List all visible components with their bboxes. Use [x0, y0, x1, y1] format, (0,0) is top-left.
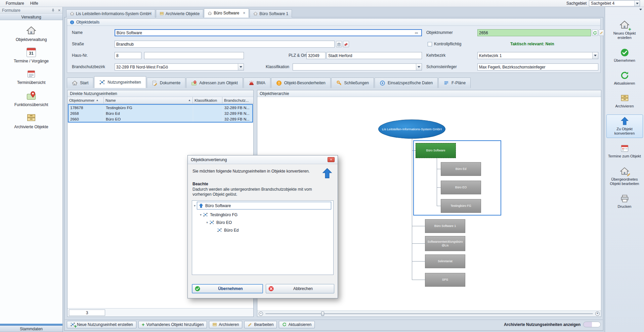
menu-formulare[interactable]: Formulare [3, 0, 27, 6]
hausnr-input[interactable] [115, 52, 141, 59]
sidebar-item-objektverwaltung[interactable]: Objektverwaltung [3, 26, 60, 42]
hierarchy-node[interactable]: SPS [425, 273, 465, 287]
neues-objekt-button[interactable]: + Neues Objekt erstellen [606, 18, 643, 42]
subtab-label: Adressen zum Objekt [199, 81, 238, 85]
hierarchy-node[interactable]: Büro Ed [441, 162, 481, 176]
name-input[interactable] [115, 29, 422, 36]
uebernehmen-button[interactable]: Übernehmen [606, 46, 643, 65]
objektnummer-edit-icon[interactable] [599, 30, 604, 36]
building-lookup-icon[interactable] [336, 41, 342, 47]
column-header-klassifikation[interactable]: Klassifikation [193, 97, 222, 103]
column-header-objektnummer[interactable]: Objektnummer ▲ [68, 97, 104, 103]
sidebar-section-verwaltung[interactable]: Verwaltung [0, 14, 62, 20]
zu-objekt-konvertieren-button[interactable]: Zu Objekt konvertieren [606, 114, 643, 138]
strasse-input[interactable] [115, 41, 335, 48]
infinity-icon[interactable]: ∞ [415, 30, 418, 35]
sidebar-section-stammdaten[interactable]: Stammdaten [0, 326, 62, 332]
sidebar-item-funktionsuebersicht[interactable]: Funktionsübersicht [3, 91, 60, 107]
subtab-bma[interactable]: BMA [244, 78, 270, 88]
tree-item[interactable]: ▾ Büro EO [192, 219, 333, 226]
objektnummer-refresh-icon[interactable] [592, 30, 598, 36]
caret-down-icon[interactable]: ▾ [206, 221, 208, 224]
subtab-schliessungen[interactable]: Schließungen [331, 78, 374, 88]
ort-input[interactable] [327, 52, 422, 59]
hierarchy-node[interactable]: Softwareentwicklungsbüro@Lis [425, 236, 465, 251]
subtab-label: Dokumente [160, 81, 180, 85]
hierarchy-node[interactable]: Büro EO [441, 181, 481, 194]
table-row[interactable]: 2658 Büro Ed 32-289 FB N... [69, 110, 252, 116]
tree-item[interactable]: ▾ Büro Software [192, 202, 333, 209]
tree-item[interactable]: Büro Ed [192, 226, 333, 234]
hierarchy-node[interactable]: Sekretariat [425, 254, 465, 268]
dialog-uebernehmen-button[interactable]: Übernehmen [192, 284, 263, 293]
neue-nutzungseinheit-button[interactable]: + Neue Nutzungseinheit erstellen [67, 321, 136, 328]
zoom-in-icon[interactable]: + [595, 312, 600, 316]
menu-hilfe[interactable]: Hilfe [27, 0, 41, 6]
column-header-name[interactable]: Name ▲ [104, 97, 193, 103]
table-row[interactable]: 2660 Büro EO 32-289 FB N... [69, 116, 252, 122]
bearbeiten-button[interactable]: Bearbeiten [244, 321, 277, 328]
caret-down-icon[interactable]: ▾ [200, 213, 202, 217]
dialog-close-button[interactable]: × [328, 157, 335, 162]
uebergeordnetes-objekt-button[interactable]: Übergeordnetes Objekt bearbeiten [606, 164, 643, 188]
vorhandenes-objekt-button[interactable]: + Vorhandenes Objekt hinzufügen [138, 321, 207, 328]
pin-icon[interactable] [51, 8, 55, 12]
button-label: Archivieren [615, 104, 634, 108]
subtab-fplaene[interactable]: F-Pläne [438, 78, 471, 88]
hierarchy-zoom-bar: − + [257, 311, 601, 317]
sachgebiet-select[interactable]: Sachgebiet 4 [589, 0, 640, 6]
plz-input[interactable] [306, 52, 326, 59]
tab-buero-software-1[interactable]: Büro Software 1 [250, 9, 292, 17]
toolbar-overflow-chevron-icon[interactable] [639, 10, 642, 15]
aktualisieren-action-button[interactable]: Aktualisieren [606, 69, 643, 88]
tab-close-icon[interactable]: × [243, 11, 245, 15]
formulare-sidebar: Formulare × Verwaltung Objektverwaltung … [0, 7, 63, 332]
dialog-abbrechen-button[interactable]: Abbrechen [266, 284, 334, 293]
hausnr-zusatz-input[interactable] [144, 52, 244, 59]
drucken-button[interactable]: Drucken [606, 192, 643, 211]
caret-down-icon[interactable]: ▾ [194, 204, 196, 207]
table-row[interactable]: 178678 Testingbüro FG 32-289 FB N... [69, 105, 252, 110]
objektnummer-input[interactable] [477, 29, 591, 36]
schornsteinfeger-input[interactable] [477, 63, 598, 70]
kehrbezirk-select[interactable]: Kehrbezirk 1 [477, 52, 598, 59]
sidebar-item-terminuebersicht[interactable]: Terminübersicht [3, 69, 60, 85]
cell-name: Testingbüro FG [104, 105, 193, 110]
subtab-einsatzdaten[interactable]: Einsatzspezifische Daten [375, 78, 438, 88]
clear-eraser-icon[interactable] [343, 41, 349, 47]
tab-label: Archivierte Objekte [166, 11, 200, 16]
hierarchy-node[interactable]: Büro Software 1 [425, 219, 465, 233]
brandschutzbezirk-select[interactable]: 32-289 FB Nord-West FraGö [115, 63, 244, 70]
dialog-titlebar[interactable]: Objektkonvertierung × [188, 155, 338, 164]
subtab-adressen[interactable]: Adressen zum Objekt [186, 78, 243, 88]
subtab-start[interactable]: Start [67, 78, 93, 88]
connector-line [412, 261, 425, 262]
hierarchy-root-node[interactable]: Lis Leitstellen-Informations-System GmbH [378, 120, 445, 139]
hierarchy-node[interactable]: Testingbüro FG [441, 199, 481, 213]
archivieren-action-button[interactable]: Archivieren [606, 92, 643, 111]
zoom-slider[interactable] [265, 313, 593, 314]
klassifikation-select[interactable] [293, 63, 422, 70]
subtab-dokumente[interactable]: Dokumente [147, 78, 185, 88]
archived-toggle[interactable] [583, 322, 601, 327]
close-icon[interactable]: × [58, 8, 60, 12]
tab-archivierte-objekte[interactable]: Archivierte Objekte [156, 9, 203, 17]
kontrollpflichtig-label: Kontrollpflichtig [434, 42, 461, 46]
column-header-brandschutz[interactable]: Brandschutz... [222, 97, 253, 103]
aktualisieren-button[interactable]: Aktualisieren [279, 321, 315, 328]
sidebar-item-termine-vorgaenge[interactable]: 31 Termine / Vorgänge [3, 48, 60, 63]
tree-root-field[interactable]: Büro Software [197, 202, 331, 209]
tree-item[interactable]: ▾ Testingbüro FG [192, 211, 333, 219]
house-plus-icon: + [619, 20, 630, 30]
subtab-nutzungseinheiten[interactable]: Nutzungseinheiten [94, 76, 146, 88]
tab-buero-software[interactable]: Büro Software × [204, 8, 249, 17]
zoom-out-icon[interactable]: − [259, 312, 263, 316]
subtab-besonderheiten[interactable]: Objekt-Besonderheiten [271, 78, 331, 88]
tab-lis-gmbh[interactable]: Lis Leitstellen-Informations-System GmbH [66, 9, 155, 17]
sidebar-item-archivierte-objekte[interactable]: Archivierte Objekte [3, 113, 60, 129]
hierarchy-selected-node[interactable]: Büro Software [416, 143, 456, 158]
zoom-slider-thumb[interactable] [321, 312, 324, 316]
termine-zum-objekt-button[interactable]: Termine zum Objekt [606, 142, 643, 161]
archivieren-button[interactable]: Archivieren [209, 321, 242, 328]
kontrollpflichtig-checkbox[interactable] [428, 42, 432, 46]
